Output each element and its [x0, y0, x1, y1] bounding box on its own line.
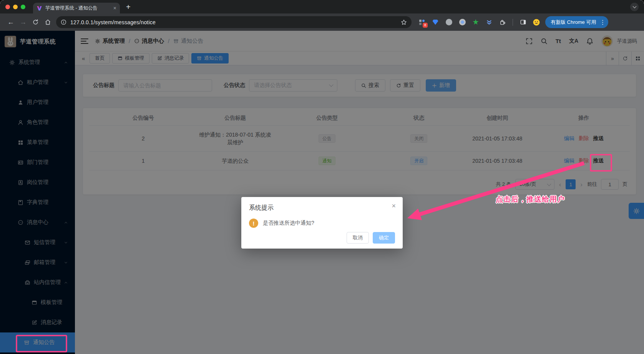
- home-icon: [45, 19, 51, 25]
- window-minimize-button[interactable]: [13, 5, 18, 9]
- extension-face-icon[interactable]: [445, 19, 452, 26]
- system-prompt-dialog: 系统提示 × ! 是否推送所选中通知? 取消 确定: [241, 197, 403, 249]
- window-close-button[interactable]: [5, 5, 10, 9]
- forward-button[interactable]: →: [17, 16, 29, 28]
- cancel-button[interactable]: 取消: [347, 232, 369, 244]
- back-button[interactable]: ←: [5, 16, 17, 28]
- window-controls: [0, 5, 29, 9]
- home-button[interactable]: [41, 16, 54, 28]
- browser-chrome: 芋道管理系统 - 通知公告 × + ← → 127.0.0.1/system/m…: [0, 0, 644, 31]
- extension-gem-icon[interactable]: [432, 19, 439, 26]
- update-label: 有新版 Chrome 可用: [551, 19, 596, 26]
- new-tab-button[interactable]: +: [126, 3, 131, 11]
- browser-tab[interactable]: 芋道管理系统 - 通知公告 ×: [33, 3, 120, 13]
- emoji-extension-icon[interactable]: [533, 19, 540, 26]
- extensions-puzzle-icon[interactable]: [499, 19, 506, 26]
- extension-star-icon[interactable]: [472, 19, 479, 26]
- dialog-message: 是否推送所选中通知?: [263, 220, 314, 227]
- site-info-icon[interactable]: [61, 19, 66, 25]
- warning-icon: !: [249, 219, 258, 228]
- extensions-row: 8: [418, 19, 540, 26]
- chrome-update-chip[interactable]: 有新版 Chrome 可用 ⋮: [545, 16, 608, 28]
- extension-grid-icon[interactable]: 8: [418, 19, 425, 26]
- browser-tabstrip: 芋道管理系统 - 通知公告 × +: [0, 0, 644, 13]
- browser-menu-icon[interactable]: ⋮: [599, 19, 606, 26]
- extension-chevrons-icon[interactable]: [486, 19, 493, 26]
- extension-badge: 8: [423, 23, 428, 28]
- bookmark-star-icon[interactable]: [401, 19, 407, 25]
- dialog-title: 系统提示: [249, 204, 395, 212]
- chevron-down-icon: [632, 4, 636, 8]
- favicon: [37, 5, 42, 11]
- side-panel-icon[interactable]: [520, 19, 526, 26]
- reload-button[interactable]: [29, 16, 41, 28]
- address-bar[interactable]: 127.0.0.1/system/messages/notice: [56, 16, 412, 28]
- extension-circle-icon[interactable]: [459, 19, 466, 26]
- window-zoom-button[interactable]: [21, 5, 25, 9]
- dialog-body: ! 是否推送所选中通知?: [249, 219, 395, 228]
- browser-toolbar: ← → 127.0.0.1/system/messages/notice 8: [0, 13, 644, 31]
- confirm-button[interactable]: 确定: [373, 232, 395, 244]
- tab-close-icon[interactable]: ×: [113, 5, 116, 11]
- tab-search-button[interactable]: [630, 3, 639, 11]
- dialog-footer: 取消 确定: [347, 232, 395, 244]
- screen: 芋道管理系统 - 通知公告 × + ← → 127.0.0.1/system/m…: [0, 0, 644, 354]
- modal-overlay: [0, 31, 644, 354]
- toolbar-divider: [513, 19, 513, 26]
- tab-title: 芋道管理系统 - 通知公告: [45, 5, 110, 12]
- reload-icon: [32, 19, 39, 25]
- url-text: 127.0.0.1/system/messages/notice: [70, 19, 397, 25]
- dialog-close-icon[interactable]: ×: [392, 202, 396, 209]
